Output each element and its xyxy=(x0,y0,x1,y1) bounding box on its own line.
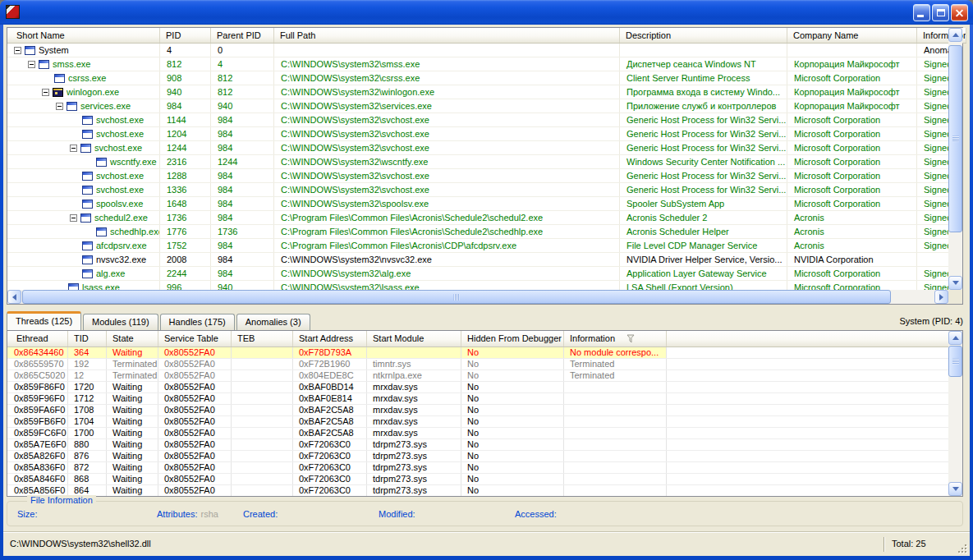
thread-cell-hidden-from-debugger: No xyxy=(461,405,564,415)
scroll-down-button[interactable] xyxy=(948,482,962,496)
information-cell: Signed xyxy=(917,281,948,290)
thread-row[interactable]: 0x859F86F01720Waiting0x80552FA00xBAF0BD1… xyxy=(7,382,948,393)
description-cell: Generic Host Process for Win32 Servi... xyxy=(620,113,787,126)
thread-cell-service-table: 0x80552FA0 xyxy=(158,382,232,392)
pid-cell: 1336 xyxy=(160,183,211,196)
process-tree-row[interactable]: smss.exe8124C:\WINDOWS\system32\smss.exe… xyxy=(7,57,948,71)
column-header-parent-pid[interactable]: Parent PID xyxy=(211,28,274,43)
thread-row[interactable]: 0x85A826F0876Waiting0x80552FA00xF72063C0… xyxy=(7,451,948,462)
titlebar[interactable] xyxy=(0,0,973,25)
app-icon[interactable] xyxy=(6,5,20,19)
column-header-start-address[interactable]: Start Address xyxy=(293,331,367,347)
process-tree-row[interactable]: schedhlp.exe17761736C:\Program Files\Com… xyxy=(7,225,948,239)
column-header-hidden-from-debugger[interactable]: Hidden From Debugger xyxy=(461,331,564,347)
thread-cell-start-module: mrxdav.sys xyxy=(367,382,461,392)
process-tree-panel: Short NamePIDParent PIDFull PathDescript… xyxy=(7,27,963,305)
collapse-toggle[interactable] xyxy=(70,145,77,152)
parent-pid-cell: 0 xyxy=(211,44,274,57)
scroll-up-button[interactable] xyxy=(948,28,962,42)
filter-icon xyxy=(626,334,635,343)
tab-threads[interactable]: Threads (125) xyxy=(7,311,81,330)
scroll-left-button[interactable] xyxy=(7,290,21,304)
process-tree-row[interactable]: svchost.exe1244984C:\WINDOWS\system32\sv… xyxy=(7,141,948,155)
thread-cell-ethread: 0x85A836F0 xyxy=(7,462,68,473)
tree-horizontal-scrollbar[interactable] xyxy=(7,290,948,304)
process-tree-row[interactable]: alg.exe2244984C:\WINDOWS\system32\alg.ex… xyxy=(7,267,948,281)
thread-row[interactable]: 0x85A846F0868Waiting0x80552FA00xF72063C0… xyxy=(7,474,948,485)
tree-vertical-scrollbar[interactable] xyxy=(948,28,962,290)
resize-grip[interactable] xyxy=(957,544,968,554)
column-header-tid[interactable]: TID xyxy=(68,331,107,347)
pid-cell: 1204 xyxy=(160,127,211,140)
tab-handles[interactable]: Handles (175) xyxy=(160,314,235,330)
thread-row[interactable]: 0x86559570192Terminated0x80552FA00xF72B1… xyxy=(7,359,948,370)
process-tree-row[interactable]: lsass.exe996940C:\WINDOWS\system32\lsass… xyxy=(7,281,948,290)
column-header-start-module[interactable]: Start Module xyxy=(367,331,461,347)
parent-pid-cell: 984 xyxy=(211,211,274,224)
information-cell: Signed xyxy=(917,225,948,238)
process-name-cell: lsass.exe xyxy=(7,281,160,290)
thread-row[interactable]: 0x859FC6F01700Waiting0x80552FA00xBAF2C5A… xyxy=(7,428,948,439)
process-tree-row[interactable]: schedul2.exe1736984C:\Program Files\Comm… xyxy=(7,211,948,225)
column-header-state[interactable]: State xyxy=(107,331,158,347)
process-tree-row[interactable]: svchost.exe1336984C:\WINDOWS\system32\sv… xyxy=(7,183,948,197)
column-header-short-name[interactable]: Short Name xyxy=(7,28,160,43)
company-cell: Microsoft Corporation xyxy=(787,127,917,140)
thread-row[interactable]: 0x85A856F0864Waiting0x80552FA00xF72063C0… xyxy=(7,485,948,496)
collapse-toggle[interactable] xyxy=(28,61,35,68)
process-tree-row[interactable]: spoolsv.exe1648984C:\WINDOWS\system32\sp… xyxy=(7,197,948,211)
thread-row[interactable]: 0x86434460364Waiting0x80552FA00xF78D793A… xyxy=(7,347,948,359)
thread-cell-ethread: 0x85A7E6F0 xyxy=(7,439,68,450)
scrollbar-thumb[interactable] xyxy=(948,45,962,232)
thread-row[interactable]: 0x865C502012Terminated0x80552FA00x804EDE… xyxy=(7,370,948,382)
thread-cell-service-table: 0x80552FA0 xyxy=(158,462,232,473)
information-cell: Signed xyxy=(917,127,948,140)
process-tree-row[interactable]: System40Anoma xyxy=(7,44,948,57)
process-name-cell: winlogon.exe xyxy=(7,85,160,99)
thread-row[interactable]: 0x85A836F0872Waiting0x80552FA00xF72063C0… xyxy=(7,462,948,474)
process-tree-row[interactable]: services.exe984940C:\WINDOWS\system32\se… xyxy=(7,99,948,113)
process-tree-row[interactable]: wscntfy.exe23161244C:\WINDOWS\system32\w… xyxy=(7,155,948,169)
collapse-toggle[interactable] xyxy=(42,89,49,96)
scrollbar-thumb[interactable] xyxy=(948,346,962,377)
thread-row[interactable]: 0x85A7E6F0880Waiting0x80552FA00xF72063C0… xyxy=(7,439,948,451)
process-tree-row[interactable]: nvsvc32.exe2008984C:\WINDOWS\system32\nv… xyxy=(7,253,948,267)
thread-row[interactable]: 0x859F96F01712Waiting0x80552FA00xBAF0E81… xyxy=(7,393,948,405)
tab-modules[interactable]: Modules (119) xyxy=(83,314,158,330)
minimize-button[interactable] xyxy=(913,4,930,21)
maximize-button[interactable] xyxy=(932,4,949,21)
collapse-toggle[interactable] xyxy=(14,47,21,54)
process-tree-row[interactable]: winlogon.exe940812C:\WINDOWS\system32\wi… xyxy=(7,85,948,99)
column-header-service-table[interactable]: Service Table xyxy=(158,331,232,347)
scrollbar-thumb[interactable] xyxy=(22,290,891,304)
description-cell: Windows Security Center Notification ... xyxy=(620,155,787,168)
process-tree-row[interactable]: svchost.exe1288984C:\WINDOWS\system32\sv… xyxy=(7,169,948,183)
column-header-information[interactable]: Information xyxy=(564,331,667,347)
collapse-toggle[interactable] xyxy=(70,214,77,222)
close-button[interactable] xyxy=(951,4,968,21)
description-cell: Spooler SubSystem App xyxy=(620,197,787,210)
thread-row[interactable]: 0x859FA6F01708Waiting0x80552FA00xBAF2C5A… xyxy=(7,405,948,416)
collapse-toggle[interactable] xyxy=(56,103,63,110)
process-tree-row[interactable]: svchost.exe1144984C:\WINDOWS\system32\sv… xyxy=(7,113,948,127)
thread-row[interactable]: 0x859FB6F01704Waiting0x80552FA00xBAF2C5A… xyxy=(7,416,948,428)
description-cell: Диспетчер сеанса Windows NT xyxy=(620,57,787,71)
column-header-pid[interactable]: PID xyxy=(160,28,211,43)
process-tree-row[interactable]: svchost.exe1204984C:\WINDOWS\system32\sv… xyxy=(7,127,948,141)
company-cell: Microsoft Corporation xyxy=(787,141,917,154)
column-header-company-name[interactable]: Company Name xyxy=(787,28,917,43)
process-tree-row[interactable]: afcdpsrv.exe1752984C:\Program Files\Comm… xyxy=(7,239,948,253)
column-header-full-path[interactable]: Full Path xyxy=(274,28,620,43)
scroll-up-button[interactable] xyxy=(948,331,962,345)
threads-vertical-scrollbar[interactable] xyxy=(948,331,962,496)
thread-cell-information: Terminated xyxy=(564,370,667,381)
process-tree-row[interactable]: csrss.exe908812C:\WINDOWS\system32\csrss… xyxy=(7,71,948,85)
scroll-down-button[interactable] xyxy=(948,276,962,290)
information-cell: Signed xyxy=(917,99,948,112)
column-header-teb[interactable]: TEB xyxy=(232,331,293,347)
scroll-right-button[interactable] xyxy=(934,290,948,304)
column-header-ethread[interactable]: Ethread xyxy=(7,331,68,347)
column-header-description[interactable]: Description xyxy=(620,28,787,43)
process-name-cell: spoolsv.exe xyxy=(7,197,160,210)
tab-anomalies[interactable]: Anomalies (3) xyxy=(236,314,310,330)
